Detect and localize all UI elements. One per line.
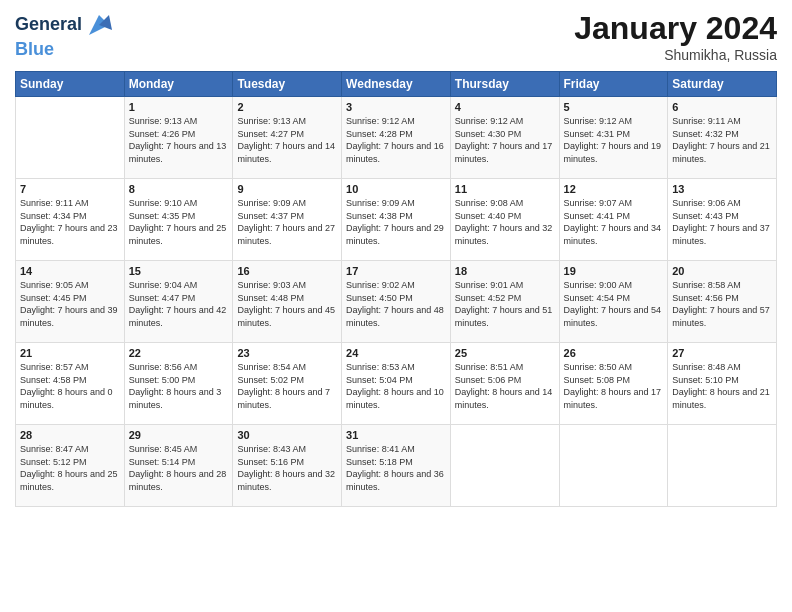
calendar-cell xyxy=(668,425,777,507)
day-number: 12 xyxy=(564,183,664,195)
day-number: 21 xyxy=(20,347,120,359)
day-number: 10 xyxy=(346,183,446,195)
title-block: January 2024 Shumikha, Russia xyxy=(574,10,777,63)
day-info: Sunrise: 9:12 AMSunset: 4:28 PMDaylight:… xyxy=(346,115,446,165)
column-header-tuesday: Tuesday xyxy=(233,72,342,97)
week-row-1: 1Sunrise: 9:13 AMSunset: 4:26 PMDaylight… xyxy=(16,97,777,179)
calendar-cell: 1Sunrise: 9:13 AMSunset: 4:26 PMDaylight… xyxy=(124,97,233,179)
day-info: Sunrise: 9:05 AMSunset: 4:45 PMDaylight:… xyxy=(20,279,120,329)
day-info: Sunrise: 8:45 AMSunset: 5:14 PMDaylight:… xyxy=(129,443,229,493)
calendar-cell: 15Sunrise: 9:04 AMSunset: 4:47 PMDayligh… xyxy=(124,261,233,343)
day-number: 16 xyxy=(237,265,337,277)
day-info: Sunrise: 8:53 AMSunset: 5:04 PMDaylight:… xyxy=(346,361,446,411)
column-header-thursday: Thursday xyxy=(450,72,559,97)
day-info: Sunrise: 8:41 AMSunset: 5:18 PMDaylight:… xyxy=(346,443,446,493)
day-info: Sunrise: 8:48 AMSunset: 5:10 PMDaylight:… xyxy=(672,361,772,411)
calendar-table: SundayMondayTuesdayWednesdayThursdayFrid… xyxy=(15,71,777,507)
calendar-cell: 28Sunrise: 8:47 AMSunset: 5:12 PMDayligh… xyxy=(16,425,125,507)
day-number: 22 xyxy=(129,347,229,359)
day-info: Sunrise: 8:58 AMSunset: 4:56 PMDaylight:… xyxy=(672,279,772,329)
day-number: 4 xyxy=(455,101,555,113)
calendar-cell: 19Sunrise: 9:00 AMSunset: 4:54 PMDayligh… xyxy=(559,261,668,343)
day-number: 15 xyxy=(129,265,229,277)
calendar-cell: 25Sunrise: 8:51 AMSunset: 5:06 PMDayligh… xyxy=(450,343,559,425)
day-info: Sunrise: 9:06 AMSunset: 4:43 PMDaylight:… xyxy=(672,197,772,247)
day-number: 8 xyxy=(129,183,229,195)
location: Shumikha, Russia xyxy=(574,47,777,63)
calendar-cell: 5Sunrise: 9:12 AMSunset: 4:31 PMDaylight… xyxy=(559,97,668,179)
calendar-cell xyxy=(16,97,125,179)
day-info: Sunrise: 9:12 AMSunset: 4:31 PMDaylight:… xyxy=(564,115,664,165)
calendar-cell: 17Sunrise: 9:02 AMSunset: 4:50 PMDayligh… xyxy=(342,261,451,343)
day-info: Sunrise: 8:43 AMSunset: 5:16 PMDaylight:… xyxy=(237,443,337,493)
calendar-cell: 7Sunrise: 9:11 AMSunset: 4:34 PMDaylight… xyxy=(16,179,125,261)
calendar-cell: 3Sunrise: 9:12 AMSunset: 4:28 PMDaylight… xyxy=(342,97,451,179)
day-info: Sunrise: 9:10 AMSunset: 4:35 PMDaylight:… xyxy=(129,197,229,247)
day-number: 25 xyxy=(455,347,555,359)
day-number: 3 xyxy=(346,101,446,113)
header-row: SundayMondayTuesdayWednesdayThursdayFrid… xyxy=(16,72,777,97)
day-info: Sunrise: 9:09 AMSunset: 4:37 PMDaylight:… xyxy=(237,197,337,247)
calendar-cell: 10Sunrise: 9:09 AMSunset: 4:38 PMDayligh… xyxy=(342,179,451,261)
day-info: Sunrise: 9:13 AMSunset: 4:26 PMDaylight:… xyxy=(129,115,229,165)
logo-blue: Blue xyxy=(15,40,114,60)
day-info: Sunrise: 9:00 AMSunset: 4:54 PMDaylight:… xyxy=(564,279,664,329)
calendar-cell: 29Sunrise: 8:45 AMSunset: 5:14 PMDayligh… xyxy=(124,425,233,507)
day-number: 30 xyxy=(237,429,337,441)
calendar-cell: 26Sunrise: 8:50 AMSunset: 5:08 PMDayligh… xyxy=(559,343,668,425)
day-info: Sunrise: 8:56 AMSunset: 5:00 PMDaylight:… xyxy=(129,361,229,411)
day-info: Sunrise: 9:03 AMSunset: 4:48 PMDaylight:… xyxy=(237,279,337,329)
calendar-cell: 12Sunrise: 9:07 AMSunset: 4:41 PMDayligh… xyxy=(559,179,668,261)
calendar-cell: 18Sunrise: 9:01 AMSunset: 4:52 PMDayligh… xyxy=(450,261,559,343)
day-info: Sunrise: 9:04 AMSunset: 4:47 PMDaylight:… xyxy=(129,279,229,329)
day-info: Sunrise: 8:50 AMSunset: 5:08 PMDaylight:… xyxy=(564,361,664,411)
calendar-cell: 9Sunrise: 9:09 AMSunset: 4:37 PMDaylight… xyxy=(233,179,342,261)
week-row-4: 21Sunrise: 8:57 AMSunset: 4:58 PMDayligh… xyxy=(16,343,777,425)
calendar-cell: 22Sunrise: 8:56 AMSunset: 5:00 PMDayligh… xyxy=(124,343,233,425)
column-header-wednesday: Wednesday xyxy=(342,72,451,97)
day-number: 27 xyxy=(672,347,772,359)
day-info: Sunrise: 9:01 AMSunset: 4:52 PMDaylight:… xyxy=(455,279,555,329)
calendar-cell: 30Sunrise: 8:43 AMSunset: 5:16 PMDayligh… xyxy=(233,425,342,507)
day-number: 17 xyxy=(346,265,446,277)
week-row-2: 7Sunrise: 9:11 AMSunset: 4:34 PMDaylight… xyxy=(16,179,777,261)
day-info: Sunrise: 9:07 AMSunset: 4:41 PMDaylight:… xyxy=(564,197,664,247)
calendar-cell xyxy=(559,425,668,507)
day-number: 28 xyxy=(20,429,120,441)
day-number: 7 xyxy=(20,183,120,195)
day-info: Sunrise: 8:54 AMSunset: 5:02 PMDaylight:… xyxy=(237,361,337,411)
day-number: 11 xyxy=(455,183,555,195)
header: General Blue January 2024 Shumikha, Russ… xyxy=(15,10,777,63)
calendar-cell: 2Sunrise: 9:13 AMSunset: 4:27 PMDaylight… xyxy=(233,97,342,179)
calendar-cell: 27Sunrise: 8:48 AMSunset: 5:10 PMDayligh… xyxy=(668,343,777,425)
calendar-cell: 16Sunrise: 9:03 AMSunset: 4:48 PMDayligh… xyxy=(233,261,342,343)
day-number: 31 xyxy=(346,429,446,441)
day-number: 2 xyxy=(237,101,337,113)
column-header-saturday: Saturday xyxy=(668,72,777,97)
day-number: 1 xyxy=(129,101,229,113)
day-number: 5 xyxy=(564,101,664,113)
day-number: 23 xyxy=(237,347,337,359)
day-number: 26 xyxy=(564,347,664,359)
day-info: Sunrise: 9:09 AMSunset: 4:38 PMDaylight:… xyxy=(346,197,446,247)
day-number: 9 xyxy=(237,183,337,195)
logo-general: General xyxy=(15,14,82,34)
column-header-monday: Monday xyxy=(124,72,233,97)
month-title: January 2024 xyxy=(574,10,777,47)
day-number: 20 xyxy=(672,265,772,277)
day-info: Sunrise: 9:12 AMSunset: 4:30 PMDaylight:… xyxy=(455,115,555,165)
day-info: Sunrise: 9:11 AMSunset: 4:34 PMDaylight:… xyxy=(20,197,120,247)
logo: General Blue xyxy=(15,10,114,60)
calendar-cell: 11Sunrise: 9:08 AMSunset: 4:40 PMDayligh… xyxy=(450,179,559,261)
week-row-5: 28Sunrise: 8:47 AMSunset: 5:12 PMDayligh… xyxy=(16,425,777,507)
day-info: Sunrise: 9:13 AMSunset: 4:27 PMDaylight:… xyxy=(237,115,337,165)
column-header-friday: Friday xyxy=(559,72,668,97)
logo-icon xyxy=(84,10,114,40)
calendar-cell: 20Sunrise: 8:58 AMSunset: 4:56 PMDayligh… xyxy=(668,261,777,343)
calendar-cell: 21Sunrise: 8:57 AMSunset: 4:58 PMDayligh… xyxy=(16,343,125,425)
calendar-cell: 6Sunrise: 9:11 AMSunset: 4:32 PMDaylight… xyxy=(668,97,777,179)
week-row-3: 14Sunrise: 9:05 AMSunset: 4:45 PMDayligh… xyxy=(16,261,777,343)
day-number: 19 xyxy=(564,265,664,277)
day-info: Sunrise: 8:57 AMSunset: 4:58 PMDaylight:… xyxy=(20,361,120,411)
day-number: 14 xyxy=(20,265,120,277)
